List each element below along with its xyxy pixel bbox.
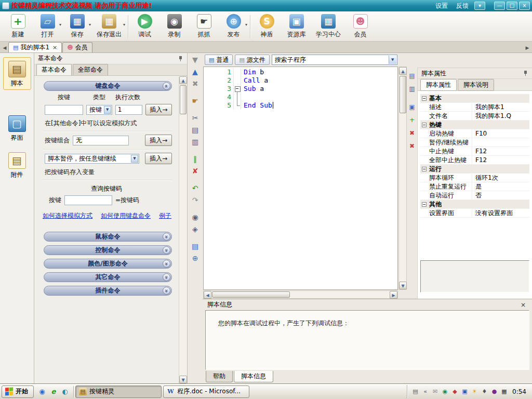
quick-launch-icon[interactable]: ◉ xyxy=(37,387,47,396)
scroll-left-icon[interactable]: ◀ xyxy=(204,291,211,299)
property-row[interactable]: 禁止重复运行 是 xyxy=(420,182,529,191)
tab-member[interactable]: ☻ 会员 xyxy=(62,42,92,52)
property-row[interactable]: 全部中止热键 F12 xyxy=(420,156,529,165)
tab-script-description[interactable]: 脚本说明 xyxy=(458,79,494,91)
sidebar-item-attachment[interactable]: ▤ 附件 xyxy=(3,149,31,181)
repeat-count-input[interactable] xyxy=(115,105,142,115)
key-input[interactable] xyxy=(45,105,83,115)
tab-all-commands[interactable]: 全部命令 xyxy=(73,64,108,75)
mode-normal-button[interactable]: ▤ 普通 xyxy=(205,55,233,65)
property-row[interactable]: 中止热键 F12 xyxy=(420,147,529,156)
move-down-icon[interactable]: ▼ xyxy=(189,55,202,65)
publish-dropdown-icon[interactable]: ▾ xyxy=(245,22,247,27)
bookmark-icon[interactable]: ▤ xyxy=(189,241,202,251)
save-button[interactable]: ▦ 保存 ▾ xyxy=(62,13,92,40)
shield-button[interactable]: S 神盾 xyxy=(252,13,282,40)
web-icon[interactable]: ⊕ xyxy=(189,253,202,263)
feedback-link[interactable]: 反馈 xyxy=(456,2,469,10)
tab-basic-commands[interactable]: 基本命令 xyxy=(36,64,72,75)
expand-chevron-icon[interactable] xyxy=(163,233,170,241)
debug-button[interactable]: ▶ 调试 xyxy=(130,13,159,40)
key-type-select[interactable]: 按键 xyxy=(86,105,112,115)
scroll-down-icon[interactable]: ▼ xyxy=(179,376,187,383)
section-other-commands[interactable]: 其它命令 xyxy=(44,272,172,282)
tray-keyboard-icon[interactable]: ▤ xyxy=(411,388,419,395)
code-text[interactable]: Call a xyxy=(241,76,268,85)
record-button[interactable]: ◉ 录制 xyxy=(159,13,189,40)
code-area[interactable]: 1 Dim b 2 Call a 3 Sub a 4 xyxy=(203,66,398,290)
code-text[interactable]: Dim b xyxy=(241,68,264,76)
code-text[interactable]: End Sub xyxy=(241,101,273,110)
clear-items-icon[interactable]: ✖ xyxy=(407,141,417,151)
member-button[interactable]: ☻ 会员 xyxy=(345,13,375,40)
tab-script-info[interactable]: 脚本信息 xyxy=(234,371,273,382)
save-dropdown-icon[interactable]: ▾ xyxy=(89,22,91,27)
expand-chevron-icon[interactable] xyxy=(163,287,170,295)
tab-script-properties[interactable]: 脚本属性 xyxy=(420,79,457,91)
insert-key-button[interactable]: 插入→ xyxy=(145,104,172,115)
code-line[interactable]: 4 xyxy=(204,93,397,101)
sidebar-item-script[interactable]: ▤ 脚本 xyxy=(3,57,31,90)
tab-scroll-right-icon[interactable]: ▶ xyxy=(524,43,531,52)
grab-button[interactable]: ☛ 抓抓 xyxy=(189,13,219,40)
new-button[interactable]: + 新建 xyxy=(3,13,33,40)
code-line[interactable]: 5 End Sub xyxy=(204,101,397,110)
property-row[interactable]: 脚本循环 循环1次 xyxy=(420,174,529,182)
expand-chevron-icon[interactable] xyxy=(163,273,170,281)
commands-scrollbar[interactable]: ▲ ▼ xyxy=(179,76,187,383)
find-icon[interactable]: ◉ xyxy=(189,212,202,222)
tray-expand-icon[interactable]: « xyxy=(421,388,429,395)
scrollbar-thumb[interactable] xyxy=(180,85,187,114)
scroll-up-icon[interactable]: ▲ xyxy=(179,76,187,84)
tray-icon[interactable]: ✉ xyxy=(431,388,439,395)
quick-launch-browser-icon[interactable]: e xyxy=(49,387,58,396)
property-row[interactable]: 描述 我的脚本1 xyxy=(420,103,529,112)
tab-help[interactable]: 帮助 xyxy=(206,371,233,382)
undo-icon[interactable]: ↶ xyxy=(189,183,202,193)
tray-icon[interactable]: ● xyxy=(490,388,498,395)
property-group[interactable]: 热键 xyxy=(420,121,529,129)
settings-link[interactable]: 设置 xyxy=(435,2,448,10)
editor-horizontal-scrollbar[interactable]: ◀ ▶ xyxy=(203,290,398,299)
delete-item-icon[interactable]: ✖ xyxy=(407,128,417,138)
copy-icon[interactable]: ▤ xyxy=(189,125,202,135)
section-plugin-commands[interactable]: 插件命令 xyxy=(44,286,172,296)
subroutine-search-combo[interactable] xyxy=(272,55,397,65)
link-choose-simulation[interactable]: 如何选择模拟方式 xyxy=(43,211,92,220)
insert-pause-button[interactable]: 插入→ xyxy=(145,153,172,164)
save-exit-button[interactable]: ▦ 保存退出 ▾ xyxy=(92,13,126,40)
scroll-right-icon[interactable]: ▶ xyxy=(390,291,397,299)
expand-chevron-icon[interactable] xyxy=(163,260,170,268)
move-up-icon[interactable]: ▲ xyxy=(189,66,202,77)
section-control-commands[interactable]: 控制命令 xyxy=(44,245,172,255)
open-dropdown-icon[interactable]: ▾ xyxy=(59,22,61,27)
close-button[interactable]: × xyxy=(519,2,530,10)
delete-line-icon[interactable]: ✖ xyxy=(189,78,202,89)
drag-hand-icon[interactable]: ☛ xyxy=(189,96,202,106)
scroll-down-icon[interactable]: ▼ xyxy=(399,282,407,289)
minimize-button[interactable]: — xyxy=(494,2,505,10)
open-button[interactable]: ▱ 打开 ▾ xyxy=(33,13,62,40)
code-line[interactable]: 2 Call a xyxy=(204,76,397,85)
view-grid-icon[interactable]: ▥ xyxy=(407,84,417,94)
script-list-icon[interactable]: ▤ xyxy=(407,71,417,81)
collapse-box-icon[interactable] xyxy=(422,96,427,101)
taskbar-clock[interactable]: 0:54 xyxy=(512,388,526,395)
close-icon[interactable] xyxy=(519,301,527,309)
property-row[interactable]: 暂停/继续热键 xyxy=(420,138,529,147)
link-how-to-use[interactable]: 如何使用键盘命令 xyxy=(101,211,151,220)
collapse-chevron-icon[interactable] xyxy=(163,82,170,90)
sidebar-item-interface[interactable]: ▢ 界面 xyxy=(3,112,31,144)
quick-launch-icon[interactable]: ◐ xyxy=(60,387,70,396)
property-row[interactable]: 设置界面 没有设置界面 xyxy=(420,209,529,218)
code-line[interactable]: 1 Dim b xyxy=(204,68,397,76)
find-next-icon[interactable]: ◈ xyxy=(189,224,202,234)
menu-dropdown-button[interactable]: ▾ xyxy=(474,2,485,10)
tray-icon[interactable]: ▦ xyxy=(500,388,508,395)
property-row[interactable]: 启动热键 F10 xyxy=(420,129,529,138)
insert-combo-button[interactable]: 插入→ xyxy=(145,135,172,146)
tab-scroll-left-icon[interactable]: ◀ xyxy=(1,43,8,52)
scrollbar-thumb[interactable] xyxy=(400,76,406,113)
save-exit-dropdown-icon[interactable]: ▾ xyxy=(123,22,125,27)
property-row[interactable]: 自动运行 否 xyxy=(420,191,529,200)
